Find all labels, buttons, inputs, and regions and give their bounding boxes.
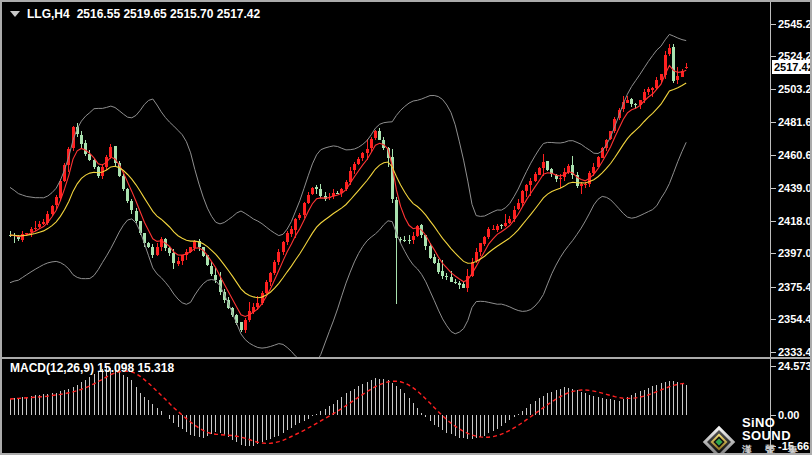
price-axis-tick bbox=[771, 253, 776, 254]
symbol-timeframe-label: LLG,H4 bbox=[27, 7, 70, 21]
price-axis-tick bbox=[771, 122, 776, 123]
chevron-down-icon bbox=[10, 11, 20, 17]
price-axis-tick bbox=[771, 155, 776, 156]
price-axis-tick bbox=[771, 24, 776, 25]
price-axis-label: 2418.00 bbox=[778, 215, 812, 227]
symbol-title: LLG,H4 2516.55 2519.65 2515.70 2517.42 bbox=[10, 7, 260, 21]
price-axis-tick bbox=[771, 319, 776, 320]
price-axis-label: 2333.40 bbox=[778, 346, 812, 358]
price-axis-label: 2460.60 bbox=[778, 149, 812, 161]
current-price-tag: 2517.42 bbox=[772, 60, 812, 74]
ohlc-quote-label: 2516.55 2519.65 2515.70 2517.42 bbox=[77, 7, 261, 21]
macd-indicator-label: MACD(12,26,9) 15.098 15.318 bbox=[10, 361, 174, 375]
logo-subtitle: 漢 聲 集 團 bbox=[742, 444, 810, 455]
price-axis-label: 2481.60 bbox=[778, 116, 812, 128]
price-axis-label: 2503.20 bbox=[778, 83, 812, 95]
chart-window: LLG,H4 2516.55 2519.65 2515.70 2517.42 M… bbox=[0, 0, 812, 455]
panel-separator[interactable] bbox=[2, 357, 810, 359]
price-axis-tick bbox=[771, 188, 776, 189]
price-axis-tick bbox=[771, 221, 776, 222]
macd-axis-tick bbox=[771, 366, 776, 367]
price-axis-label: 2397.00 bbox=[778, 247, 812, 259]
price-axis-label: 2545.20 bbox=[778, 18, 812, 30]
price-axis-tick bbox=[771, 352, 776, 353]
price-chart-canvas[interactable] bbox=[2, 2, 812, 455]
price-axis-label: 2439.00 bbox=[778, 182, 812, 194]
price-axis-tick bbox=[771, 89, 776, 90]
price-axis-label: 2354.40 bbox=[778, 313, 812, 325]
sino-sound-diamond-icon bbox=[702, 425, 736, 455]
price-axis-tick bbox=[771, 287, 776, 288]
price-axis-tick bbox=[771, 56, 776, 57]
sino-sound-logo: SiNO SOUND 漢 聲 集 團 bbox=[702, 416, 810, 455]
logo-title: SiNO SOUND bbox=[742, 416, 810, 442]
price-axis-line bbox=[770, 2, 771, 453]
price-axis-label: 2375.40 bbox=[778, 281, 812, 293]
macd-axis-label: 24.573 bbox=[778, 360, 812, 372]
